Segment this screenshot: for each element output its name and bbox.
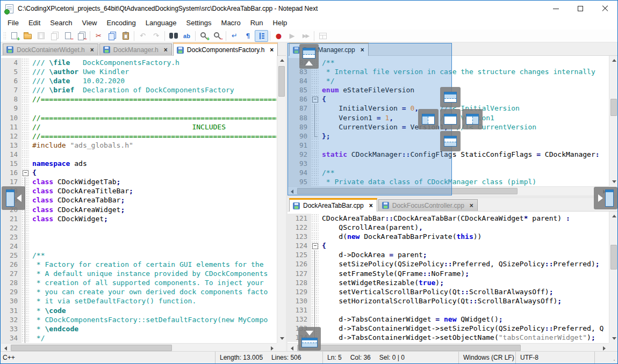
code-text: * it via setDefaultFactory() function.: [29, 296, 196, 305]
save-all-button[interactable]: [48, 30, 61, 42]
fold-collapse-icon[interactable]: [311, 241, 319, 250]
tab-DockContainerWidget.h[interactable]: DockContainerWidget.h: [3, 43, 98, 55]
show-all-characters-button[interactable]: ¶: [241, 30, 255, 42]
dock-indicator-right[interactable]: [462, 109, 483, 129]
menu-item-view[interactable]: View: [77, 17, 102, 30]
cut-button[interactable]: ✂: [92, 30, 105, 42]
run-macro-multiple-button[interactable]: ▶▶: [299, 30, 312, 42]
code-editor[interactable]: 4/// \file DockComponentsFactory.h5/// \…: [1, 56, 277, 343]
zoom-out-button[interactable]: −: [211, 30, 224, 42]
code-text: /// \brief Declaration of DockComponents…: [29, 85, 234, 94]
panel-toggle-button[interactable]: [316, 30, 329, 42]
resize-grip[interactable]: [595, 352, 617, 363]
code-text: [29, 104, 32, 113]
scroll-down-button[interactable]: [609, 334, 618, 343]
record-macro-button[interactable]: ●: [272, 30, 285, 42]
code-text: //======================================…: [29, 132, 277, 141]
close-button[interactable]: [593, 1, 617, 17]
code-text: setWidgetResizable(true);: [319, 278, 444, 287]
find-button[interactable]: [167, 30, 180, 42]
code-line: 18class CDockAreaTitleBar;: [1, 186, 277, 195]
fold-margin: [21, 333, 29, 343]
vertical-scrollbar[interactable]: [277, 56, 286, 343]
code-editor[interactable]: 121CDockAreaTabBar::CDockAreaTabBar(CDoc…: [288, 212, 609, 343]
menu-item-encoding[interactable]: Encoding: [102, 17, 141, 30]
scroll-thumb[interactable]: [11, 345, 172, 351]
code-text: * \endcode: [29, 324, 78, 333]
code-text: QScrollArea(parent),: [319, 223, 423, 232]
save-file-button[interactable]: [34, 30, 48, 42]
tab-DockAreaTabBar.cpp[interactable]: DockAreaTabBar.cpp: [289, 198, 377, 212]
status-eol[interactable]: Windows (CR LF): [459, 352, 516, 363]
scroll-down-button[interactable]: [609, 177, 618, 186]
word-wrap-button[interactable]: ↵: [228, 30, 241, 42]
dock-bottom-icon: [444, 136, 457, 147]
indentation-guides-button[interactable]: [255, 30, 268, 42]
copy-button[interactable]: [105, 30, 119, 42]
open-file-button[interactable]: [21, 30, 34, 42]
replace-button[interactable]: ab: [180, 30, 193, 42]
close-file-button[interactable]: −: [61, 30, 75, 42]
dock-indicator-left[interactable]: [418, 109, 439, 129]
line-number: 132: [288, 315, 311, 324]
redo-button[interactable]: ↷: [149, 30, 163, 42]
scroll-down-button[interactable]: [277, 334, 286, 343]
minimize-button[interactable]: [543, 1, 568, 17]
zoom-in-button[interactable]: +: [197, 30, 211, 42]
dock-indicator-edge-right[interactable]: [594, 187, 617, 209]
fold-margin: [311, 214, 319, 223]
vertical-scrollbar[interactable]: [609, 212, 618, 343]
dock-indicator-center[interactable]: [440, 109, 461, 129]
scroll-thumb[interactable]: [297, 345, 521, 351]
toolbar-grip[interactable]: [3, 32, 6, 40]
play-macro-button[interactable]: ▶: [285, 30, 299, 42]
dock-indicator-edge-top[interactable]: [299, 44, 319, 69]
fold-margin: [21, 132, 29, 141]
code-line: 130 setHorizontalScrollBarPolicy(Qt::Scr…: [288, 296, 609, 305]
paste-button[interactable]: [119, 30, 132, 42]
menu-item-run[interactable]: Run: [246, 17, 268, 30]
new-file-button[interactable]: +: [8, 30, 21, 42]
scroll-thumb[interactable]: [278, 66, 285, 97]
vertical-scrollbar[interactable]: [609, 56, 618, 186]
dock-left-icon: [6, 190, 15, 207]
scroll-up-button[interactable]: [609, 212, 618, 221]
tab-DockFocusController.cpp[interactable]: DockFocusController.cpp: [378, 199, 478, 211]
dock-indicator-top[interactable]: [440, 87, 461, 107]
tab-close-icon[interactable]: [164, 47, 168, 53]
maximize-button[interactable]: [568, 1, 593, 17]
tab-close-icon[interactable]: [369, 202, 373, 209]
status-language[interactable]: C++: [1, 352, 215, 363]
code-line: 126 setSizePolicy(QSizePolicy::Preferred…: [288, 259, 609, 268]
tab-close-icon[interactable]: [90, 47, 94, 53]
tab-close-icon[interactable]: [470, 202, 473, 209]
scroll-thumb[interactable]: [610, 245, 617, 270]
close-all-button[interactable]: −: [75, 30, 88, 42]
dock-indicator-edge-left[interactable]: [2, 186, 25, 210]
scroll-up-button[interactable]: [609, 56, 618, 65]
status-encoding[interactable]: UTF-8: [516, 352, 595, 363]
dock-indicator-bottom[interactable]: [440, 131, 461, 151]
code-text: * CDockComponentsFactory::setDefaultFact…: [29, 315, 268, 324]
menu-item-file[interactable]: File: [3, 17, 24, 30]
menu-item-help[interactable]: Help: [268, 17, 292, 30]
scroll-thumb[interactable]: [610, 99, 617, 116]
code-line: 14: [1, 150, 277, 159]
menu-item-edit[interactable]: Edit: [24, 17, 45, 30]
scroll-up-button[interactable]: [277, 56, 286, 65]
dock-indicator-edge-bottom[interactable]: [298, 327, 321, 351]
fold-margin: [311, 250, 319, 259]
tab-DockManager.h[interactable]: DockManager.h: [99, 43, 172, 55]
tab-DockComponentsFactory.h[interactable]: DockComponentsFactory.h: [173, 42, 278, 56]
tab-close-icon[interactable]: [270, 47, 274, 53]
code-line: 5/// \author Uwe Kindler: [1, 67, 277, 76]
menu-item-settings[interactable]: Settings: [182, 17, 217, 30]
menu-item-search[interactable]: Search: [45, 17, 77, 30]
menu-item-macro[interactable]: Macro: [217, 17, 246, 30]
undo-button[interactable]: ↶: [136, 30, 149, 42]
toolbar-separator: [314, 31, 314, 41]
menu-item-language[interactable]: Language: [141, 17, 182, 30]
fold-collapse-icon[interactable]: [21, 168, 29, 177]
maximize-icon: [578, 6, 583, 11]
code-text: class CDockWidget;: [29, 214, 108, 223]
